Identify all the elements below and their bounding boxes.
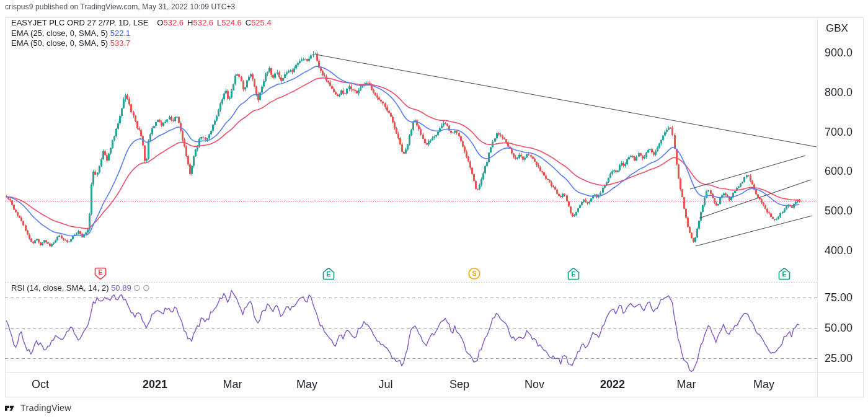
high-value: 532.6 bbox=[193, 18, 213, 27]
ema50-legend-row: EMA (50, close, 0, SMA, 5) 533.7 bbox=[11, 38, 272, 49]
ohlc-values: O532.6H532.6L524.6C525.4 bbox=[153, 18, 271, 27]
ema25-label[interactable]: EMA (25, close, 0, SMA, 5) bbox=[11, 29, 108, 38]
price-tick-label: 400.0 bbox=[825, 244, 852, 257]
split-marker-icon: S bbox=[467, 267, 481, 281]
attribution-text: crispus9 published on TradingView.com, M… bbox=[5, 2, 235, 11]
earnings-marker[interactable]: E bbox=[94, 267, 107, 281]
rsi-tick-label: 25.00 bbox=[825, 352, 852, 365]
price-tick-label: 700.0 bbox=[825, 126, 852, 139]
symbol-title[interactable]: EASYJET PLC ORD 27 2/7P, 1D, LSE bbox=[11, 18, 148, 27]
rsi-label[interactable]: RSI (14, close, SMA, 14, 2) bbox=[11, 283, 109, 293]
rsi-tick-label: 50.00 bbox=[825, 322, 852, 335]
rsi-legend-row: RSI (14, close, SMA, 14, 2) 50.89 ∅ ∅ bbox=[11, 283, 150, 294]
svg-text:E: E bbox=[98, 268, 102, 276]
time-tick-label: Sep bbox=[438, 378, 481, 391]
ema50-value: 533.7 bbox=[110, 38, 131, 48]
earnings-marker-icon: E bbox=[94, 267, 107, 281]
tradingview-logo[interactable]: TradingView bbox=[5, 403, 71, 413]
svg-text:E: E bbox=[326, 270, 330, 278]
time-tick-label: Jul bbox=[364, 378, 407, 391]
time-tick-label: Nov bbox=[513, 378, 556, 391]
tradingview-brand-text: TradingView bbox=[20, 403, 71, 413]
low-value: 524.6 bbox=[221, 18, 242, 27]
time-tick-label: Mar bbox=[665, 378, 708, 391]
symbol-legend-row: EASYJET PLC ORD 27 2/7P, 1D, LSEO532.6H5… bbox=[11, 18, 272, 29]
high-label: H bbox=[187, 18, 193, 27]
svg-text:E: E bbox=[571, 270, 575, 278]
price-tick-label: 900.0 bbox=[825, 46, 852, 60]
earnings-marker-icon: E bbox=[567, 267, 580, 281]
ema25-value: 522.1 bbox=[110, 29, 131, 38]
price-tick-label: 800.0 bbox=[825, 86, 852, 99]
rsi-legend: RSI (14, close, SMA, 14, 2) 50.89 ∅ ∅ bbox=[11, 283, 150, 294]
chart-canvas[interactable] bbox=[0, 0, 868, 419]
tradingview-mark-icon bbox=[5, 404, 17, 413]
ema50-label[interactable]: EMA (50, close, 0, SMA, 5) bbox=[11, 38, 108, 48]
svg-text:S: S bbox=[472, 270, 476, 277]
rsi-extra-values: ∅ ∅ bbox=[133, 283, 149, 293]
time-tick-label: May bbox=[285, 378, 329, 391]
rsi-tick-label: 75.00 bbox=[825, 291, 852, 304]
earnings-marker-icon: E bbox=[777, 267, 791, 281]
price-tick-label: 500.0 bbox=[825, 205, 852, 218]
price-axis-unit: GBX bbox=[826, 22, 848, 35]
svg-text:E: E bbox=[782, 270, 786, 278]
time-tick-label: Mar bbox=[211, 378, 254, 391]
earnings-marker[interactable]: E bbox=[322, 267, 335, 281]
time-tick-label: 2022 bbox=[591, 378, 634, 391]
split-marker[interactable]: S bbox=[467, 267, 481, 281]
open-label: O bbox=[157, 18, 163, 27]
time-tick-label: Oct bbox=[19, 378, 62, 391]
earnings-marker[interactable]: E bbox=[777, 267, 791, 281]
earnings-marker[interactable]: E bbox=[567, 267, 580, 281]
price-legend: EASYJET PLC ORD 27 2/7P, 1D, LSEO532.6H5… bbox=[11, 18, 272, 49]
chart-page: crispus9 published on TradingView.com, M… bbox=[0, 0, 868, 419]
earnings-marker-icon: E bbox=[322, 267, 335, 281]
open-value: 532.6 bbox=[163, 18, 184, 27]
close-label: C bbox=[246, 18, 251, 27]
time-tick-label: 2021 bbox=[133, 378, 177, 391]
rsi-value: 50.89 bbox=[111, 283, 131, 293]
close-value: 525.4 bbox=[251, 18, 272, 27]
ema25-legend-row: EMA (25, close, 0, SMA, 5) 522.1 bbox=[11, 29, 272, 39]
time-tick-label: May bbox=[742, 378, 786, 391]
price-tick-label: 600.0 bbox=[825, 165, 852, 178]
